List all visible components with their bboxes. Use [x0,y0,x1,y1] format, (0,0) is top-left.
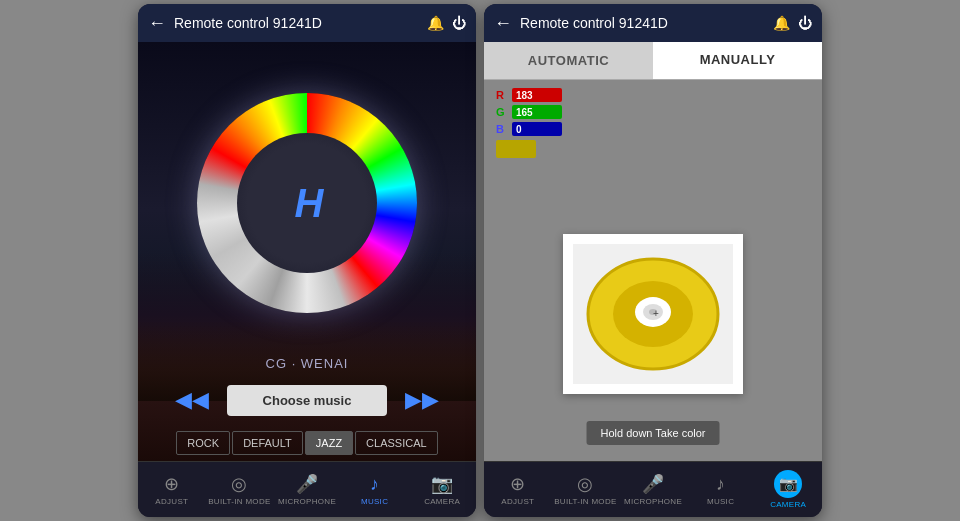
rgb-r-row: R 183 [496,88,810,102]
right-nav-camera[interactable]: 📷 CAMERA [754,462,822,517]
right-builtin-label: BUILT-IN MODE [554,497,616,506]
right-alarm-icon[interactable]: 🔔 [773,15,790,31]
adjust-icon: ⊕ [164,473,179,495]
right-nav-music[interactable]: ♪ MUSIC [687,462,755,517]
app-container: ← Remote control 91241D 🔔 ⏻ H CG · WENAI [0,0,960,521]
right-adjust-icon: ⊕ [510,473,525,495]
right-nav-adjust[interactable]: ⊕ ADJUST [484,462,552,517]
music-icon-left: ♪ [370,474,379,495]
left-alarm-icon[interactable]: 🔔 [427,15,444,31]
genre-rock[interactable]: ROCK [176,431,230,455]
left-nav-adjust[interactable]: ⊕ ADJUST [138,462,206,517]
g-bar[interactable]: 165 [512,105,562,119]
music-label-left: MUSIC [361,497,388,506]
mic-icon-left: 🎤 [296,473,318,495]
right-builtin-icon: ◎ [577,473,593,495]
builtin-icon: ◎ [231,473,247,495]
left-phone-content: H CG · WENAI ◀◀ Choose music ▶▶ ROCK DEF… [138,42,476,461]
disc-image: + [573,244,733,384]
right-phone: ← Remote control 91241D 🔔 ⏻ AUTOMATIC MA… [484,4,822,517]
tab-manually[interactable]: MANUALLY [653,42,822,79]
right-nav-microphone[interactable]: 🎤 MICROPHONE [619,462,687,517]
g-label: G [496,106,508,118]
left-power-icon[interactable]: ⏻ [452,15,466,31]
right-bottom-nav: ⊕ ADJUST ◎ BUILT-IN MODE 🎤 MICROPHONE ♪ … [484,461,822,517]
left-nav-camera[interactable]: 📷 CAMERA [408,462,476,517]
left-bottom-nav: ⊕ ADJUST ◎ BUILT-IN MODE 🎤 MICROPHONE ♪ … [138,461,476,517]
left-title: Remote control 91241D [174,15,427,31]
choose-music-button[interactable]: Choose music [227,385,387,416]
genre-jazz[interactable]: JAZZ [305,431,353,455]
genre-default[interactable]: DEFAULT [232,431,303,455]
left-phone: ← Remote control 91241D 🔔 ⏻ H CG · WENAI [138,4,476,517]
right-phone-content: AUTOMATIC MANUALLY R 183 G 165 [484,42,822,461]
b-bar[interactable]: 0 [512,122,562,136]
mic-label-left: MICROPHONE [278,497,336,506]
builtin-label: BUILT-IN MODE [208,497,270,506]
right-camera-icon: 📷 [779,475,798,493]
left-top-bar: ← Remote control 91241D 🔔 ⏻ [138,4,476,42]
left-back-button[interactable]: ← [148,13,166,34]
r-label: R [496,89,508,101]
right-top-icons: 🔔 ⏻ [773,15,812,31]
color-preview [496,140,536,158]
tabs-row: AUTOMATIC MANUALLY [484,42,822,80]
genre-bar: ROCK DEFAULT JAZZ CLASSICAL [138,425,476,461]
rgb-panel: R 183 G 165 B 0 [484,80,822,166]
left-nav-builtin[interactable]: ◎ BUILT-IN MODE [206,462,274,517]
left-top-icons: 🔔 ⏻ [427,15,466,31]
right-mic-label: MICROPHONE [624,497,682,506]
track-name: CG · WENAI [138,348,476,375]
hold-down-button[interactable]: Hold down Take color [587,421,720,445]
b-label: B [496,123,508,135]
right-music-icon: ♪ [716,474,725,495]
right-top-bar: ← Remote control 91241D 🔔 ⏻ [484,4,822,42]
prev-button[interactable]: ◀◀ [167,383,217,417]
cd-container: H [138,42,476,348]
tab-automatic[interactable]: AUTOMATIC [484,42,653,79]
cd-inner: H [237,133,377,273]
cd-ring: H [197,93,417,313]
left-nav-microphone[interactable]: 🎤 MICROPHONE [273,462,341,517]
right-power-icon[interactable]: ⏻ [798,15,812,31]
adjust-label: ADJUST [155,497,188,506]
next-button[interactable]: ▶▶ [397,383,447,417]
camera-image-frame: + [563,234,743,394]
rgb-g-row: G 165 [496,105,810,119]
camera-icon-left: 📷 [431,473,453,495]
left-nav-music[interactable]: ♪ MUSIC [341,462,409,517]
music-controls: ◀◀ Choose music ▶▶ [138,375,476,425]
right-music-label: MUSIC [707,497,734,506]
right-nav-builtin[interactable]: ◎ BUILT-IN MODE [552,462,620,517]
right-back-button[interactable]: ← [494,13,512,34]
camera-view-area: + Hold down Take color [484,166,822,461]
r-value: 183 [516,90,533,101]
svg-text:+: + [653,308,659,319]
right-camera-label: CAMERA [770,500,806,509]
right-mic-icon: 🎤 [642,473,664,495]
camera-icon-circle: 📷 [774,470,802,498]
genre-classical[interactable]: CLASSICAL [355,431,438,455]
b-value: 0 [516,124,522,135]
cd-logo: H [295,181,320,226]
right-title: Remote control 91241D [520,15,773,31]
right-adjust-label: ADJUST [501,497,534,506]
r-bar[interactable]: 183 [512,88,562,102]
rgb-b-row: B 0 [496,122,810,136]
camera-label-left: CAMERA [424,497,460,506]
g-value: 165 [516,107,533,118]
